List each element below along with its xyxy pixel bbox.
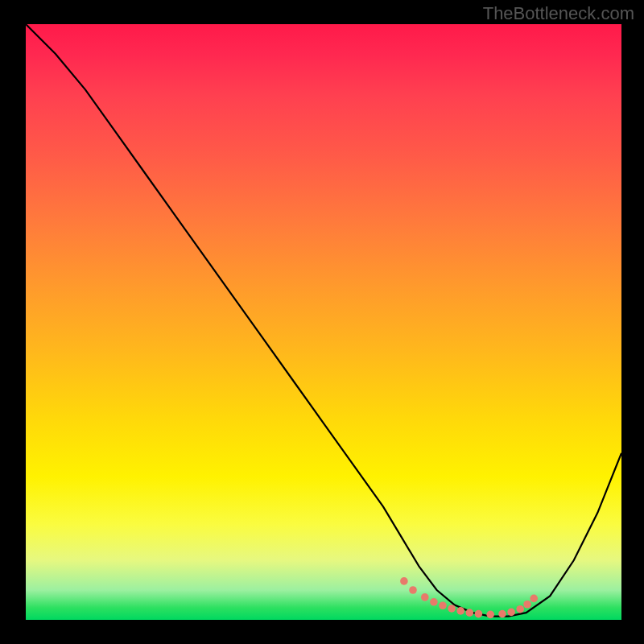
marker-dots: [400, 577, 538, 618]
chart-svg: [26, 24, 621, 620]
marker-dot: [475, 610, 483, 618]
marker-dot: [400, 577, 408, 585]
marker-dot: [507, 609, 515, 617]
marker-dot: [448, 605, 456, 613]
plot-area: [26, 24, 621, 620]
marker-dot: [409, 586, 417, 594]
curve-path: [26, 24, 621, 617]
marker-dot: [498, 610, 506, 618]
marker-dot: [456, 607, 464, 615]
marker-dot: [516, 605, 524, 613]
marker-dot: [439, 601, 447, 609]
marker-dot: [421, 593, 429, 601]
marker-dot: [430, 598, 438, 606]
marker-dot: [530, 595, 538, 603]
marker-dot: [523, 601, 531, 609]
marker-dot: [466, 609, 474, 617]
watermark-text: TheBottleneck.com: [483, 3, 634, 24]
marker-dot: [486, 611, 494, 619]
